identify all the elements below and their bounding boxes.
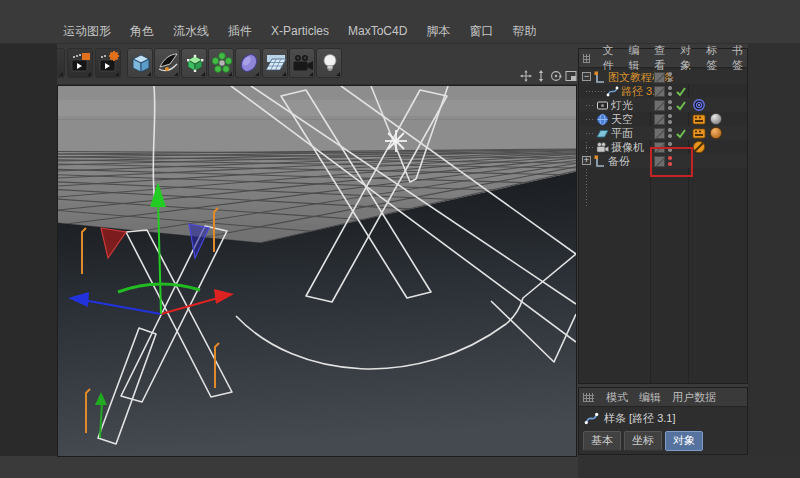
menu-mograph[interactable]: 运动图形 bbox=[63, 23, 111, 40]
perspective-viewport[interactable] bbox=[57, 85, 577, 457]
clapper-square-glyph bbox=[69, 51, 93, 75]
sky-object-icon bbox=[596, 113, 609, 126]
menu-plugins[interactable]: 插件 bbox=[228, 23, 252, 40]
camera-icon[interactable] bbox=[289, 48, 315, 78]
table-row[interactable]: 灯光 bbox=[579, 98, 747, 112]
layer-swatch[interactable] bbox=[654, 128, 665, 139]
attribute-manager: 模式 编辑 用户数据 样条 [路径 3.1] 基本 坐标 对象 bbox=[578, 387, 748, 455]
panel-grip-icon[interactable] bbox=[583, 393, 594, 402]
layer-swatch[interactable] bbox=[654, 100, 665, 111]
right-background bbox=[748, 44, 800, 478]
object-label[interactable]: 备份 bbox=[608, 154, 630, 168]
collapse-toggle[interactable]: − bbox=[582, 72, 591, 81]
toggle-views-icon[interactable] bbox=[565, 70, 577, 82]
floor-glyph bbox=[264, 51, 288, 75]
expand-toggle[interactable]: + bbox=[582, 156, 591, 165]
target-tag[interactable] bbox=[692, 98, 706, 112]
menu-pipeline[interactable]: 流水线 bbox=[173, 23, 209, 40]
object-label[interactable]: 灯光 bbox=[611, 98, 633, 112]
null-object-icon bbox=[593, 71, 606, 84]
spline-icon bbox=[606, 85, 619, 98]
om-menu-file[interactable]: 文件 bbox=[602, 43, 617, 73]
menu-maxtoc4d[interactable]: MaxToC4D bbox=[348, 24, 407, 38]
attribute-tabs: 基本 坐标 对象 bbox=[583, 431, 703, 451]
cinema4d-window: { "menu_bar": { "items": ["运动图形", "角色", … bbox=[0, 0, 800, 478]
om-menu-tags[interactable]: 标签 bbox=[706, 43, 721, 73]
light-object-icon bbox=[596, 99, 609, 112]
compositing-tag[interactable] bbox=[692, 112, 706, 126]
menu-window[interactable]: 窗口 bbox=[469, 23, 493, 40]
enabled-check-icon[interactable] bbox=[674, 127, 687, 140]
camera-glyph bbox=[291, 51, 315, 75]
am-menu-mode[interactable]: 模式 bbox=[606, 390, 628, 405]
cube-primitive-icon[interactable] bbox=[127, 48, 153, 78]
object-label[interactable]: 摄像机 bbox=[611, 140, 644, 154]
array-generator-icon[interactable] bbox=[208, 48, 234, 78]
visibility-dots[interactable] bbox=[668, 128, 672, 139]
viewport-scene bbox=[58, 86, 576, 456]
om-menu-view[interactable]: 查看 bbox=[654, 43, 669, 73]
floor-environment-icon[interactable] bbox=[262, 48, 288, 78]
null-object-icon bbox=[593, 155, 606, 168]
protection-tag[interactable] bbox=[692, 140, 706, 154]
visibility-dots[interactable] bbox=[668, 72, 672, 83]
table-row[interactable]: 平面 bbox=[579, 126, 747, 140]
om-menu-edit[interactable]: 编辑 bbox=[628, 43, 643, 73]
texture-tag[interactable] bbox=[709, 112, 723, 126]
main-menu-bar: 运动图形 角色 流水线 插件 X-Particles MaxToC4D 脚本 窗… bbox=[0, 20, 800, 42]
rotate-view-icon[interactable] bbox=[550, 70, 562, 82]
cube-glyph bbox=[129, 51, 153, 75]
table-row[interactable]: − 图文教程样条 bbox=[579, 70, 747, 84]
tab-object[interactable]: 对象 bbox=[665, 431, 703, 451]
layer-swatch[interactable] bbox=[654, 72, 665, 83]
menu-help[interactable]: 帮助 bbox=[512, 23, 536, 40]
plane-object-icon bbox=[596, 127, 609, 140]
tab-coordinates[interactable]: 坐标 bbox=[624, 431, 662, 451]
am-menu-userdata[interactable]: 用户数据 bbox=[672, 390, 716, 405]
enabled-check-icon[interactable] bbox=[674, 85, 687, 98]
deformer-icon[interactable] bbox=[235, 48, 261, 78]
visibility-dots[interactable] bbox=[668, 114, 672, 125]
clapper-gear-glyph bbox=[97, 51, 121, 75]
menu-character[interactable]: 角色 bbox=[130, 23, 154, 40]
table-row[interactable]: 路径 3.1 bbox=[579, 84, 747, 98]
pan-view-icon[interactable] bbox=[520, 70, 532, 82]
compositing-tag[interactable] bbox=[692, 126, 706, 140]
object-label[interactable]: 平面 bbox=[611, 126, 633, 140]
object-manager-menu: 文件 编辑 查看 对象 标签 书签 bbox=[579, 49, 747, 68]
visibility-dots[interactable] bbox=[668, 100, 672, 111]
tab-basic[interactable]: 基本 bbox=[583, 431, 621, 451]
panel-grip-icon[interactable] bbox=[583, 54, 590, 63]
visibility-dots[interactable] bbox=[668, 86, 672, 97]
deformer-glyph bbox=[237, 51, 261, 75]
viewport-controls bbox=[520, 70, 577, 82]
clapper-gear-icon[interactable] bbox=[95, 48, 121, 78]
sky-object bbox=[58, 86, 576, 148]
am-menu-edit[interactable]: 编辑 bbox=[639, 390, 661, 405]
light-symbol[interactable] bbox=[385, 130, 407, 152]
material-tag[interactable] bbox=[709, 126, 723, 140]
layer-swatch[interactable] bbox=[654, 86, 665, 97]
enabled-check-icon[interactable] bbox=[674, 99, 687, 112]
spline-pen-icon[interactable] bbox=[154, 48, 180, 78]
subdivision-glyph bbox=[183, 51, 207, 75]
menu-script[interactable]: 脚本 bbox=[426, 23, 450, 40]
object-label[interactable]: 天空 bbox=[611, 112, 633, 126]
menu-xparticles[interactable]: X-Particles bbox=[271, 24, 329, 38]
table-row[interactable]: 天空 bbox=[579, 112, 747, 126]
selected-object-label: 样条 [路径 3.1] bbox=[604, 411, 676, 426]
spline-icon bbox=[584, 411, 599, 426]
left-cropped-area bbox=[0, 44, 57, 456]
om-menu-bookmarks[interactable]: 书签 bbox=[732, 43, 747, 73]
annotation-highlight-rectangle bbox=[650, 147, 693, 177]
attribute-manager-menu: 模式 编辑 用户数据 bbox=[579, 388, 747, 407]
dolly-view-icon[interactable] bbox=[535, 70, 547, 82]
subdivision-surface-icon[interactable] bbox=[181, 48, 207, 78]
layer-swatch[interactable] bbox=[654, 114, 665, 125]
light-glyph bbox=[318, 51, 342, 75]
light-icon[interactable] bbox=[316, 48, 342, 78]
object-manager: 文件 编辑 查看 对象 标签 书签 − 图文教程样条 路径 3.1 bbox=[578, 48, 748, 384]
clapper-square-icon[interactable] bbox=[67, 48, 93, 78]
camera-object-icon bbox=[596, 141, 609, 154]
pen-glyph bbox=[156, 51, 180, 75]
